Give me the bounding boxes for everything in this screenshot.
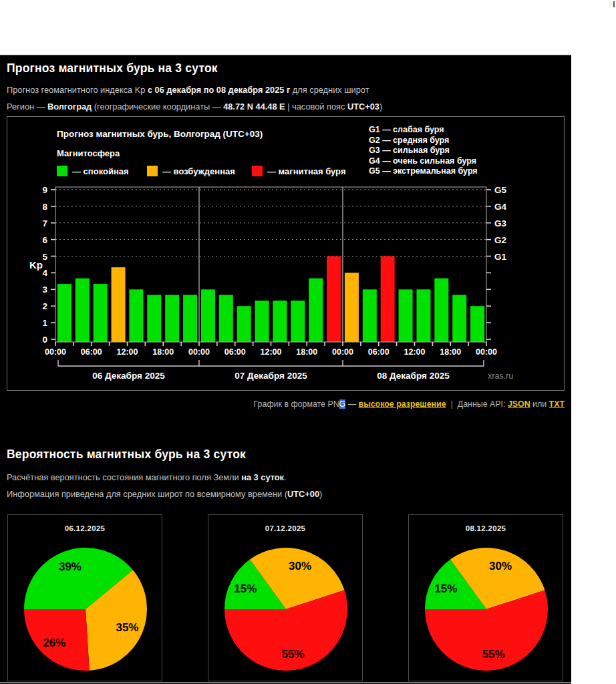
section1-subtitle-line2: Регион — Волгоград (географические коорд… (7, 102, 382, 112)
gridlines (55, 190, 486, 256)
g-scale-line: G1 — слабая буря (369, 125, 478, 136)
kp-bar-0 (57, 284, 71, 342)
section1-title: Прогноз магнитных бурь на 3 суток (7, 61, 218, 75)
chart-text: 5 (42, 252, 47, 262)
chart-text: 0 (42, 335, 47, 345)
text-part: — (345, 399, 358, 409)
chart-text: 39% (59, 560, 82, 573)
chart-text: 12:00 (404, 347, 426, 357)
text-part: UTC+03 (347, 102, 379, 112)
kp-bar-10 (237, 306, 251, 342)
kp-bar-20 (416, 289, 430, 342)
chart-text: 18:00 (152, 347, 174, 357)
chart-text: 18:00 (440, 347, 461, 357)
text-part: Информация приведена для средних широт п… (7, 489, 287, 499)
kp-bar-19 (399, 289, 413, 342)
chart-text: 15% (434, 582, 457, 595)
chart-text: 1 (42, 318, 47, 328)
chart-text: 8 (42, 202, 47, 212)
chart-text: 3 (42, 285, 47, 295)
chart-text: 00:00 (188, 347, 210, 357)
chart-text: G3 (494, 218, 507, 228)
kp-bar-16 (345, 273, 359, 342)
kp-bar-9 (219, 295, 233, 342)
kp-bar-5 (147, 295, 161, 342)
text-part: или (530, 399, 549, 409)
chart-text: 35% (116, 621, 138, 634)
page-corner-artifact (609, 1, 615, 7)
text-part: | часовой пояс (285, 102, 347, 112)
kp-bar-4 (129, 289, 143, 342)
pie-panel-1: 39%35%26% 06.12.2025 (7, 514, 162, 681)
magnetosphere-label: Магнитосфера (57, 148, 120, 158)
kp-bar-11 (255, 301, 269, 342)
legend-item-excited: — возбужденная (147, 166, 235, 176)
chart-text: 08 Декабря 2025 (377, 371, 450, 381)
chart-text: Kp (29, 259, 43, 271)
pie-date-3: 08.12.2025 (409, 524, 563, 532)
kp-bar-3 (112, 267, 126, 342)
chart-text: 7 (42, 218, 47, 228)
text-part: UTC+00 (287, 489, 319, 499)
legend-swatch-excited-icon (147, 166, 158, 176)
kp-bar-21 (434, 279, 448, 342)
text-part: . (284, 472, 287, 482)
pie-date-2: 07.12.2025 (208, 524, 362, 532)
text-part: Расчётная вероятность состояния магнитно… (7, 472, 241, 482)
g-scale-legend: G1 — слабая буряG2 — средняя буряG3 — си… (369, 125, 478, 177)
kp-bar-14 (309, 279, 323, 342)
chart-text: G5 (494, 185, 507, 195)
kp-bar-23 (470, 306, 484, 342)
legend-item-quiet: — спокойная (57, 166, 129, 176)
kp-bar-22 (452, 295, 466, 342)
section1-subtitle-line1: Прогноз геомагнитного индекса Kp с 06 де… (7, 85, 369, 95)
chart-text: 2 (42, 301, 47, 311)
chart-text: G4 (494, 202, 507, 212)
section2-line1: Расчётная вероятность состояния магнитно… (7, 472, 287, 482)
text-part: G (339, 399, 346, 409)
text-part: Регион — (7, 102, 47, 112)
text-part: | (451, 399, 453, 409)
pie-chart-svg-3: 15%30%55% (409, 515, 563, 681)
link-high-resolution[interactable]: высокое разрешение (359, 399, 446, 409)
chart-text: 26% (43, 637, 65, 649)
kp-bar-15 (327, 256, 341, 343)
text-part: для средних широт (290, 85, 369, 95)
pie-chart-svg-1: 39%35%26% (8, 515, 162, 681)
kp-chart-title: Прогноз магнитных бурь, Волгоград (UTC+0… (57, 129, 263, 139)
section2-title: Вероятность магнитных бурь на 3 суток (7, 448, 246, 462)
kp-bar-13 (291, 301, 305, 342)
chart-text: 30% (489, 560, 512, 572)
g-scale-line: G3 — сильная буря (369, 146, 478, 156)
text-part: 48.72 N 44.48 E (223, 102, 285, 112)
legend-swatch-quiet-icon (57, 166, 67, 176)
text-part: (географические координаты — (92, 102, 223, 112)
g-scale-line: G2 — средняя буря (369, 136, 478, 146)
link-txt[interactable]: TXT (549, 399, 565, 409)
chart-links-row: График в формате PNG — высокое разрешени… (200, 399, 565, 409)
bottom-rule (0, 682, 571, 683)
text-part: Данные API: (458, 399, 508, 409)
text-part: с 06 декабря по 08 декабря 2025 г (148, 85, 290, 95)
chart-text: 18:00 (296, 347, 317, 357)
kp-bar-8 (201, 289, 215, 342)
day-brackets (58, 360, 484, 366)
pie-slices (24, 548, 147, 671)
chart-text: 12:00 (261, 347, 282, 357)
kp-bar-1 (75, 279, 90, 342)
text-part: График в формате PN (254, 399, 339, 409)
text-part: Прогноз геомагнитного индекса Kp (7, 85, 148, 95)
pie-panel-3: 15%30%55% 08.12.2025 (408, 514, 563, 681)
legend-item-storm: — магнитная буря (252, 166, 345, 176)
chart-text: xras.ru (488, 371, 513, 381)
legend-swatch-storm-icon (252, 166, 263, 176)
chart-text: 55% (282, 648, 305, 661)
kp-bar-12 (273, 301, 287, 342)
link-json[interactable]: JSON (508, 399, 530, 409)
chart-text: 00:00 (476, 347, 497, 357)
kp-bars (57, 256, 484, 343)
kp-forecast-chart-panel: 0123456789G5G4G3G2G100:0006:0012:0018:00… (7, 116, 565, 391)
legend-label: — спокойная (72, 166, 129, 176)
legend-label: — магнитная буря (267, 166, 345, 176)
kp-bar-6 (165, 295, 179, 342)
